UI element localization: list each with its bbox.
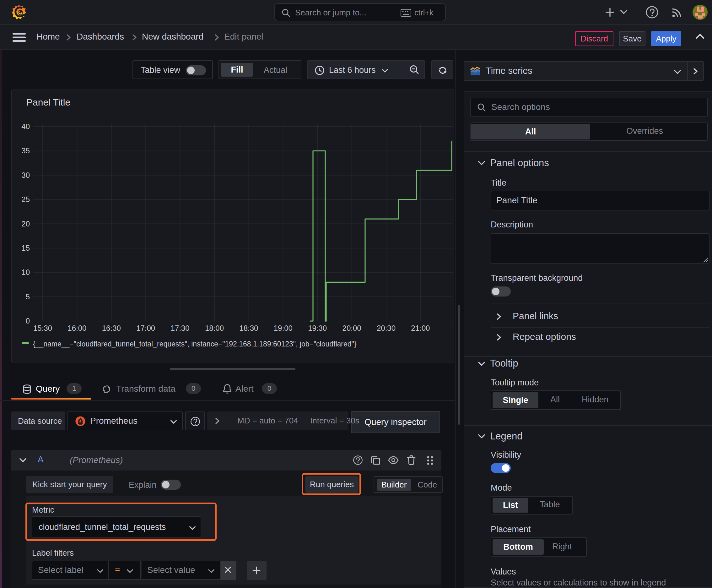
svg-text:{__name__="cloudflared_tunnel_: {__name__="cloudflared_tunnel_total_requ…: [33, 340, 357, 348]
svg-text:0: 0: [26, 317, 30, 325]
svg-text:21:00: 21:00: [411, 324, 430, 332]
svg-text:40: 40: [21, 122, 30, 131]
svg-text:5: 5: [26, 292, 30, 301]
svg-text:18:00: 18:00: [205, 324, 224, 332]
svg-text:18:30: 18:30: [239, 324, 258, 332]
svg-text:19:00: 19:00: [274, 324, 293, 332]
svg-text:16:30: 16:30: [102, 324, 121, 332]
svg-text:10: 10: [21, 268, 30, 276]
svg-text:17:00: 17:00: [136, 324, 155, 332]
svg-text:15:30: 15:30: [33, 324, 52, 332]
svg-text:20:00: 20:00: [343, 324, 361, 332]
svg-text:25: 25: [21, 195, 30, 204]
svg-text:20: 20: [21, 219, 30, 228]
svg-text:35: 35: [21, 146, 30, 155]
svg-text:16:00: 16:00: [67, 324, 86, 332]
svg-text:15: 15: [21, 244, 30, 252]
svg-text:17:30: 17:30: [171, 324, 190, 332]
svg-text:19:30: 19:30: [308, 324, 327, 332]
svg-text:30: 30: [21, 171, 30, 180]
svg-text:20:30: 20:30: [377, 324, 395, 332]
